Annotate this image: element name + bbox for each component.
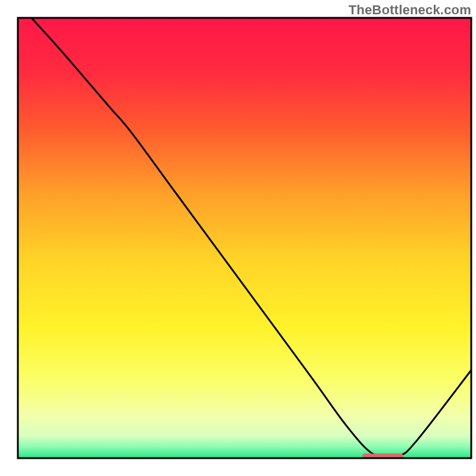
watermark-label: TheBottleneck.com [349,2,471,18]
bottleneck-chart [0,0,476,476]
chart-stage: TheBottleneck.com [0,0,476,476]
plot-area [18,18,471,458]
